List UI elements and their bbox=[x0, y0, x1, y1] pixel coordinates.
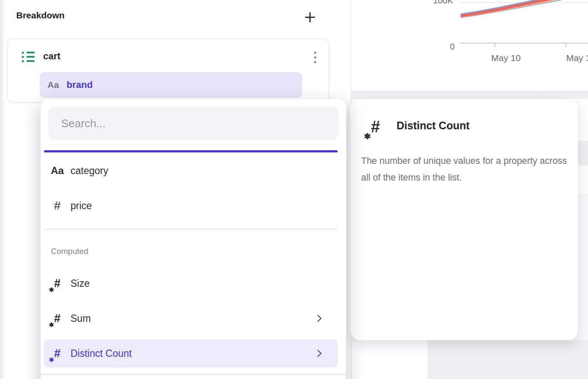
kebab-menu-icon[interactable] bbox=[306, 47, 324, 68]
property-info-tooltip: #✱ Distinct Count The number of unique v… bbox=[350, 99, 578, 340]
dropdown-item-distinct-count[interactable]: #✱ Distinct Count bbox=[44, 339, 338, 367]
tooltip-title: Distinct Count bbox=[397, 120, 470, 132]
breakdown-section-title: Breakdown bbox=[16, 10, 65, 20]
search-input[interactable] bbox=[48, 107, 338, 140]
selected-property-pill[interactable]: Aa brand bbox=[40, 72, 302, 98]
add-breakdown-button[interactable] bbox=[300, 8, 320, 26]
computed-number-icon: #✱ bbox=[371, 119, 380, 135]
table-column-strip bbox=[352, 340, 427, 379]
line-series bbox=[461, 0, 588, 43]
dropdown-item-category[interactable]: Aa category bbox=[44, 157, 338, 184]
breakdown-group-label: cart bbox=[43, 51, 60, 62]
computed-number-icon: #✱ bbox=[44, 278, 71, 289]
tooltip-description: The number of unique values for a proper… bbox=[361, 153, 567, 186]
text-property-icon: Aa bbox=[47, 80, 59, 90]
tab-divider bbox=[41, 152, 346, 153]
chevron-right-icon bbox=[315, 315, 322, 322]
table-toolbar-band bbox=[351, 91, 588, 99]
x-axis-label-may10: May 10 bbox=[489, 53, 523, 63]
computed-number-icon: #✱ bbox=[44, 348, 71, 359]
computed-number-icon: #✱ bbox=[44, 313, 71, 324]
dropdown-item-price[interactable]: # price bbox=[44, 192, 338, 219]
list-icon bbox=[22, 51, 35, 63]
number-property-icon: # bbox=[44, 199, 71, 213]
y-axis-label-100k: 100K bbox=[432, 0, 453, 6]
selected-property-label: brand bbox=[67, 79, 93, 90]
x-axis-tick bbox=[494, 44, 495, 47]
breakdown-card: cart Aa brand bbox=[7, 38, 329, 102]
section-divider bbox=[44, 229, 338, 230]
chevron-right-icon bbox=[315, 350, 322, 357]
computed-section-label: Computed bbox=[51, 247, 88, 256]
dropdown-footer-divider bbox=[41, 374, 346, 375]
property-dropdown: Aa category # price Computed #✱ Size #✱ … bbox=[41, 99, 346, 379]
y-axis-label-0: 0 bbox=[442, 42, 455, 52]
plus-icon bbox=[305, 12, 315, 22]
dropdown-item-sum[interactable]: #✱ Sum bbox=[44, 305, 338, 332]
panel-edge-shadow bbox=[0, 0, 5, 379]
x-axis-line bbox=[461, 43, 588, 44]
x-axis-tick bbox=[565, 44, 566, 47]
text-property-icon: Aa bbox=[44, 165, 71, 177]
x-axis-label-may17: May 17 bbox=[566, 53, 588, 63]
dropdown-item-size[interactable]: #✱ Size bbox=[44, 270, 338, 297]
